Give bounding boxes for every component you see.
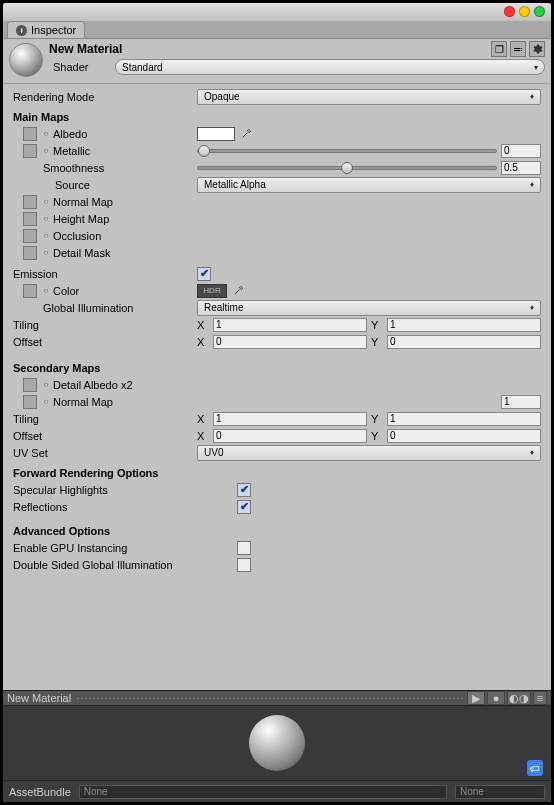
label-icon[interactable]: 🏷 (527, 760, 543, 776)
assetbundle-label: AssetBundle (9, 786, 71, 798)
emission-hdr-color[interactable]: HDR (197, 284, 227, 298)
emission-label: Emission (13, 268, 197, 280)
preview-viewport[interactable]: 🏷 (3, 706, 551, 780)
tiling-y[interactable] (387, 318, 541, 332)
offset-label: Offset (13, 336, 197, 348)
sec-offset-label: Offset (13, 430, 197, 442)
expand-icon[interactable]: ○ (42, 197, 50, 206)
rendering-mode-dropdown[interactable]: Opaque ♦ (197, 89, 541, 105)
double-checkbox[interactable] (237, 558, 251, 572)
sec-normal-texture-slot[interactable] (23, 395, 37, 409)
material-preview-icon[interactable] (9, 43, 43, 77)
tab-label: Inspector (31, 24, 76, 36)
minimize-button[interactable] (519, 6, 530, 17)
height-texture-slot[interactable] (23, 212, 37, 226)
expand-icon[interactable]: ○ (42, 248, 50, 257)
chevron-down-icon: ♦ (536, 787, 540, 796)
shader-dropdown[interactable]: Standard ▾ (115, 59, 545, 75)
double-label: Double Sided Global Illumination (13, 559, 237, 571)
uvset-dropdown[interactable]: UV0 ♦ (197, 445, 541, 461)
tiling-x[interactable] (213, 318, 367, 332)
sphere-toggle[interactable]: ● (487, 691, 505, 705)
gi-value: Realtime (204, 302, 243, 313)
smoothness-value[interactable] (501, 161, 541, 175)
window-controls (504, 6, 545, 17)
assetbundle-variant-dropdown[interactable]: None ♦ (455, 785, 545, 799)
sec-normal-label: Normal Map (53, 396, 113, 408)
y-label: Y (371, 430, 383, 442)
gi-dropdown[interactable]: Realtime ♦ (197, 300, 541, 316)
reference-button[interactable]: ❐ (491, 41, 507, 57)
info-icon: i (16, 25, 27, 36)
expand-icon[interactable]: ○ (42, 286, 50, 295)
reflections-checkbox[interactable] (237, 500, 251, 514)
albedo-color[interactable] (197, 127, 235, 141)
detailmask-label: Detail Mask (53, 247, 110, 259)
maximize-button[interactable] (534, 6, 545, 17)
preview-header[interactable]: New Material ▶ ● ◐◑ ≡ (3, 690, 551, 706)
albedo-label: Albedo (53, 128, 87, 140)
smoothness-label: Smoothness (43, 162, 104, 174)
assetbundle-name-value: None (84, 786, 108, 797)
height-label: Height Map (53, 213, 109, 225)
albedo-texture-slot[interactable] (23, 127, 37, 141)
assetbundle-variant-value: None (460, 786, 484, 797)
close-button[interactable] (504, 6, 515, 17)
chevron-down-icon: ♦ (438, 787, 442, 796)
window-titlebar (3, 3, 551, 21)
source-dropdown[interactable]: Metallic Alpha ♦ (197, 177, 541, 193)
play-button[interactable]: ▶ (467, 691, 485, 705)
metallic-texture-slot[interactable] (23, 144, 37, 158)
x-label: X (197, 430, 209, 442)
preview-sphere (249, 715, 305, 771)
chevron-down-icon: ▾ (534, 63, 538, 72)
expand-icon[interactable]: ○ (42, 397, 50, 406)
expand-icon[interactable]: ○ (42, 380, 50, 389)
detail-albedo-texture-slot[interactable] (23, 378, 37, 392)
sec-offset-x[interactable] (213, 429, 367, 443)
inspector-window: i Inspector New Material ❐ ≕ Shader Stan… (0, 0, 554, 805)
metallic-label: Metallic (53, 145, 90, 157)
offset-y[interactable] (387, 335, 541, 349)
metallic-slider[interactable] (197, 149, 497, 153)
detailmask-texture-slot[interactable] (23, 246, 37, 260)
presets-button[interactable]: ≕ (510, 41, 526, 57)
advanced-section: Advanced Options (13, 525, 541, 537)
eyedropper-icon[interactable] (231, 284, 245, 298)
expand-icon[interactable]: ○ (42, 146, 50, 155)
gear-icon[interactable] (529, 41, 545, 57)
sec-tiling-label: Tiling (13, 413, 197, 425)
emission-color-texture-slot[interactable] (23, 284, 37, 298)
occlusion-texture-slot[interactable] (23, 229, 37, 243)
normal-texture-slot[interactable] (23, 195, 37, 209)
specular-checkbox[interactable] (237, 483, 251, 497)
chevron-down-icon: ♦ (530, 448, 534, 457)
eyedropper-icon[interactable] (239, 127, 253, 141)
gpu-checkbox[interactable] (237, 541, 251, 555)
assetbundle-name-dropdown[interactable]: None ♦ (79, 785, 447, 799)
light-toggle[interactable]: ◐◑ (507, 691, 531, 705)
expand-icon[interactable]: ○ (42, 214, 50, 223)
preview-title: New Material (7, 692, 71, 704)
metallic-value[interactable] (501, 144, 541, 158)
x-label: X (197, 336, 209, 348)
shader-label: Shader (49, 61, 109, 73)
sec-tiling-x[interactable] (213, 412, 367, 426)
smoothness-slider[interactable] (197, 166, 497, 170)
material-properties: Rendering Mode Opaque ♦ Main Maps ○ Albe… (3, 84, 551, 577)
source-value: Metallic Alpha (204, 179, 266, 190)
rendering-mode-value: Opaque (204, 91, 240, 102)
y-label: Y (371, 336, 383, 348)
main-maps-section: Main Maps (13, 111, 541, 123)
sec-tiling-y[interactable] (387, 412, 541, 426)
sec-normal-value[interactable] (501, 395, 541, 409)
expand-icon[interactable]: ○ (42, 129, 50, 138)
expand-icon[interactable]: ○ (42, 231, 50, 240)
y-label: Y (371, 319, 383, 331)
offset-x[interactable] (213, 335, 367, 349)
emission-checkbox[interactable] (197, 267, 211, 281)
sec-offset-y[interactable] (387, 429, 541, 443)
emission-color-label: Color (53, 285, 79, 297)
preview-menu[interactable]: ≡ (533, 691, 547, 705)
inspector-tab[interactable]: i Inspector (7, 21, 85, 38)
